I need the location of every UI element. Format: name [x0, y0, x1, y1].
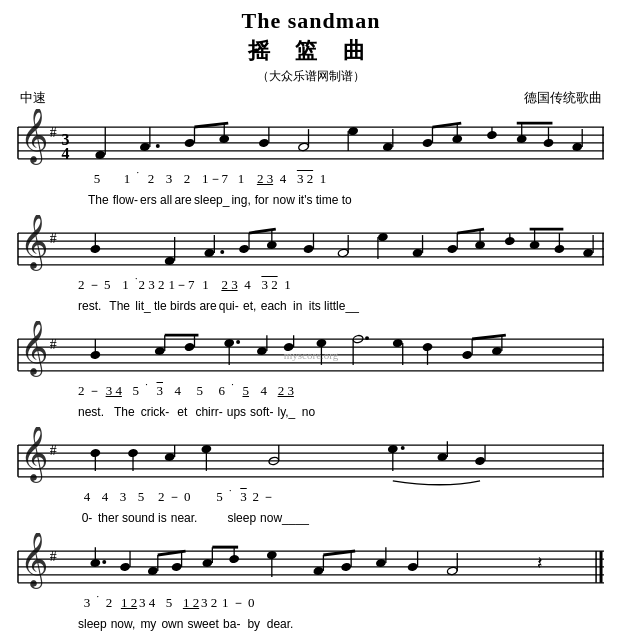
svg-point-64 — [303, 244, 315, 254]
svg-point-166 — [171, 562, 183, 572]
staff-3: 𝄞 # — [16, 321, 606, 423]
staff-5: 𝄞 # — [16, 533, 606, 635]
svg-point-107 — [283, 342, 295, 352]
svg-point-58 — [220, 250, 224, 254]
svg-text:𝄞: 𝄞 — [20, 321, 48, 377]
staff-2: 𝄞 # — [16, 215, 606, 317]
lyric-row-1: The flow- ers all are sleep_ ing, for no… — [16, 193, 606, 211]
svg-point-16 — [184, 138, 196, 148]
title-chinese: 摇 篮 曲 — [16, 36, 606, 66]
title-english: The sandman — [16, 8, 606, 34]
source: 德国传统歌曲 — [524, 89, 602, 107]
svg-point-147 — [474, 456, 486, 466]
page: The sandman 摇 篮 曲 （大众乐谱网制谱） 中速 德国传统歌曲 𝄞 … — [0, 0, 622, 637]
subtitle: （大众乐谱网制谱） — [16, 68, 606, 85]
svg-text:𝄞: 𝄞 — [20, 533, 48, 589]
svg-point-59 — [238, 244, 250, 254]
lyric-row-3: nest. The crick- et chirr- ups soft- ly,… — [16, 405, 606, 423]
svg-point-21 — [258, 138, 270, 148]
svg-line-122 — [472, 335, 506, 339]
lyric-row-4: 0- ther sound is near. sleep now____ — [16, 511, 606, 529]
svg-point-161 — [102, 560, 106, 564]
lyric-row-5: sleep now, my own sweet ba- by dear. — [16, 617, 606, 635]
svg-point-29 — [422, 138, 434, 148]
staff-1: 𝄞 # 3 4 — [16, 109, 606, 211]
staff-svg-1: 𝄞 # 3 4 — [16, 109, 606, 169]
staff-svg-5: 𝄞 # — [16, 533, 606, 593]
svg-point-118 — [461, 350, 473, 360]
svg-point-144 — [401, 446, 405, 450]
svg-text:𝄞: 𝄞 — [20, 427, 48, 483]
staff-svg-4: 𝄞 # — [16, 427, 606, 487]
svg-point-104 — [236, 340, 240, 344]
svg-point-185 — [447, 566, 458, 575]
svg-point-66 — [338, 248, 349, 257]
staff-svg-3: 𝄞 # — [16, 321, 606, 381]
svg-text:4: 4 — [62, 145, 70, 162]
number-row-5: 3· 2 1 2 3 4 5 1 2 3 2 1 － 0 — [16, 595, 606, 617]
number-row-4: 4 4 3 5 2 － 0 5· 3 2 － — [16, 489, 606, 511]
svg-point-113 — [365, 336, 369, 340]
svg-point-72 — [446, 244, 458, 254]
staff-svg-2: 𝄞 # — [16, 215, 606, 275]
staff-4: 𝄞 # — [16, 427, 606, 529]
lyric-row-2: rest. The lit_ tle birds are qui- et, ea… — [16, 299, 606, 317]
svg-point-23 — [298, 142, 309, 151]
svg-text:𝄞: 𝄞 — [20, 109, 48, 165]
svg-point-162 — [119, 562, 131, 572]
number-row-3: 2 － 3 4 5· 3 4 5 6· 5 4 2 3 — [16, 383, 606, 405]
svg-point-99 — [184, 342, 196, 352]
svg-text:𝄞: 𝄞 — [20, 215, 48, 271]
number-row-1: 5 1· 2 3 2 1－7 1 2 3 4 3 2 1 — [16, 171, 606, 193]
number-row-2: 2 － 5 1· 2 3 2 1－7 1 2 3 4 3 2 1 — [16, 277, 606, 299]
svg-point-178 — [340, 562, 352, 572]
svg-line-180 — [323, 551, 355, 555]
tempo: 中速 — [20, 89, 46, 107]
svg-point-15 — [156, 144, 160, 148]
svg-point-183 — [407, 562, 419, 572]
meta-row: 中速 德国传统歌曲 — [16, 89, 606, 107]
